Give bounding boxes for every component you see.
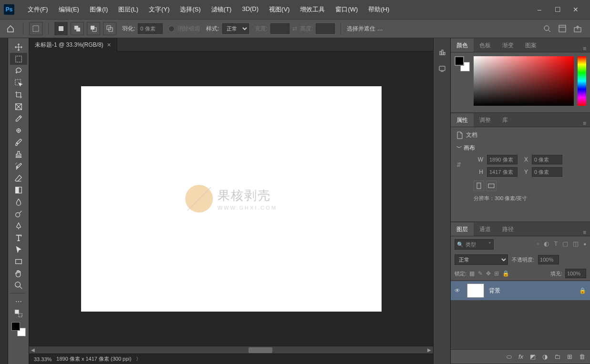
tab-color[interactable]: 颜色: [451, 39, 474, 52]
layers-panel-menu-icon[interactable]: ≡: [579, 229, 590, 236]
tab-adjustments[interactable]: 调整: [474, 113, 497, 127]
fill-input[interactable]: [565, 269, 586, 278]
selection-intersect[interactable]: [103, 22, 116, 35]
delete-layer-icon[interactable]: 🗑: [579, 353, 585, 360]
tool-eyedropper[interactable]: [10, 112, 27, 124]
filter-type-icon[interactable]: T: [554, 240, 558, 249]
tab-swatches[interactable]: 色板: [474, 39, 497, 52]
filter-pixel-icon[interactable]: ▫: [537, 240, 539, 249]
tool-history-brush[interactable]: [10, 160, 27, 172]
adjustment-layer-icon[interactable]: ◑: [542, 353, 548, 360]
antialias-checkbox[interactable]: [168, 26, 175, 32]
document-dimensions[interactable]: 1890 像素 x 1417 像素 (300 ppi): [56, 355, 131, 363]
orientation-portrait[interactable]: [474, 181, 484, 191]
tool-heal[interactable]: [10, 124, 27, 136]
menu-view[interactable]: 视图(V): [264, 3, 294, 16]
feather-input[interactable]: [138, 23, 163, 34]
workspace-icon[interactable]: [559, 25, 566, 32]
tool-eraser[interactable]: [10, 172, 27, 184]
tool-blur[interactable]: [10, 196, 27, 208]
lock-pixels-icon[interactable]: ▩: [469, 270, 475, 277]
style-select[interactable]: 正常: [222, 23, 249, 34]
filter-shape-icon[interactable]: ▢: [562, 240, 568, 249]
collapsed-panel-1[interactable]: [436, 47, 448, 58]
document-tab[interactable]: 未标题-1 @ 33.3%(RGB/8) ×: [29, 38, 117, 51]
panel-fg-color[interactable]: [455, 56, 464, 66]
canvas-height-input[interactable]: [487, 167, 518, 177]
filter-adjust-icon[interactable]: ◐: [544, 240, 549, 249]
tool-edit-toolbar[interactable]: ⋯: [10, 295, 27, 307]
selection-subtract[interactable]: [87, 22, 100, 35]
layer-thumbnail[interactable]: [467, 283, 484, 298]
tool-dodge[interactable]: [10, 208, 27, 220]
scroll-right-icon[interactable]: ▶: [427, 347, 431, 353]
filter-smart-icon[interactable]: ◫: [573, 240, 579, 249]
tool-marquee[interactable]: [10, 53, 27, 65]
selection-add[interactable]: [71, 22, 84, 35]
visibility-icon[interactable]: 👁: [455, 287, 462, 294]
swap-icon[interactable]: ⇄: [292, 25, 297, 32]
tool-brush[interactable]: [10, 136, 27, 148]
scrollbar-thumb[interactable]: [248, 347, 272, 353]
new-layer-icon[interactable]: ⊞: [567, 353, 572, 360]
canvas-width-input[interactable]: [487, 155, 518, 164]
tool-lasso[interactable]: [10, 65, 27, 77]
link-layers-icon[interactable]: ⬭: [507, 353, 512, 361]
tab-paths[interactable]: 路径: [497, 222, 519, 236]
panel-color-swatches[interactable]: [455, 56, 470, 71]
menu-image[interactable]: 图像(I): [85, 3, 113, 16]
tab-channels[interactable]: 通道: [474, 222, 497, 236]
orientation-landscape[interactable]: [486, 181, 497, 191]
close-button[interactable]: ✕: [572, 6, 580, 13]
layer-filter-select[interactable]: 🔍 类型 ˅: [455, 239, 494, 250]
tab-patterns[interactable]: 图案: [519, 39, 542, 52]
canvas[interactable]: 果核剥壳 WWW.GHXI.COM: [81, 86, 382, 312]
select-and-mask-button[interactable]: 选择并遮住 …: [347, 25, 383, 33]
zoom-level[interactable]: 33.33%: [34, 356, 52, 362]
tool-move[interactable]: [10, 41, 27, 53]
menu-file[interactable]: 文件(F): [23, 3, 53, 16]
menu-select[interactable]: 选择(S): [175, 3, 205, 16]
tab-libraries[interactable]: 库: [497, 113, 514, 127]
tool-crop[interactable]: [10, 89, 27, 101]
maximize-button[interactable]: ☐: [554, 6, 561, 13]
menu-type[interactable]: 文字(Y): [144, 3, 174, 16]
layer-name[interactable]: 背景: [489, 287, 574, 295]
blend-mode-select[interactable]: 正常: [455, 254, 508, 265]
foreground-color[interactable]: [11, 322, 20, 331]
layer-style-icon[interactable]: fx: [518, 353, 523, 360]
filter-toggle-icon[interactable]: •: [583, 240, 586, 249]
canvas-viewport[interactable]: 果核剥壳 WWW.GHXI.COM: [29, 51, 433, 346]
collapsed-panel-2[interactable]: [436, 63, 448, 74]
scroll-left-icon[interactable]: ◀: [31, 347, 35, 353]
tool-path-select[interactable]: [10, 243, 27, 255]
menu-window[interactable]: 窗口(W): [331, 3, 362, 16]
tool-stamp[interactable]: [10, 148, 27, 160]
color-panel-menu-icon[interactable]: ≡: [579, 45, 590, 52]
home-button[interactable]: [4, 22, 17, 35]
color-swatches[interactable]: [11, 322, 26, 336]
group-icon[interactable]: 🗀: [554, 353, 560, 360]
minimize-button[interactable]: –: [536, 6, 543, 13]
selection-new[interactable]: [54, 22, 68, 35]
opacity-input[interactable]: [538, 255, 559, 264]
tab-close-icon[interactable]: ×: [107, 41, 111, 49]
active-tool-thumbnail[interactable]: [29, 22, 42, 35]
menu-filter[interactable]: 滤镜(T): [207, 3, 237, 16]
lock-all-icon[interactable]: 🔒: [502, 270, 509, 277]
color-field[interactable]: [474, 56, 574, 106]
layer-lock-icon[interactable]: 🔒: [579, 287, 586, 294]
tool-hand[interactable]: [10, 267, 27, 279]
menu-3d[interactable]: 3D(D): [237, 3, 263, 16]
lock-brush-icon[interactable]: ✎: [478, 270, 483, 277]
tab-gradients[interactable]: 渐变: [497, 39, 519, 52]
canvas-y-input[interactable]: [532, 167, 562, 177]
lock-position-icon[interactable]: ✥: [486, 270, 491, 277]
search-icon[interactable]: [543, 25, 551, 32]
layer-item[interactable]: 👁 背景 🔒: [451, 281, 590, 300]
tab-properties[interactable]: 属性: [451, 113, 474, 127]
lock-artboard-icon[interactable]: ⊞: [494, 270, 499, 277]
tool-pen[interactable]: [10, 220, 27, 232]
canvas-section-label[interactable]: ﹀ 画布: [456, 144, 584, 152]
status-chevron-icon[interactable]: 〉: [136, 355, 141, 363]
